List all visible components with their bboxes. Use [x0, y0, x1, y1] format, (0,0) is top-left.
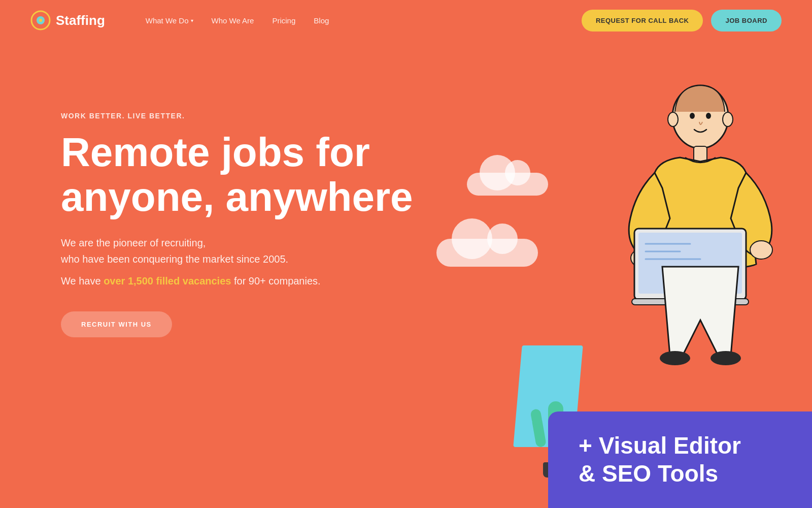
- nav-blog[interactable]: Blog: [314, 16, 329, 25]
- illustration-area: + Visual Editor & SEO Tools: [355, 41, 812, 508]
- svg-point-18: [710, 351, 741, 365]
- visual-editor-badge: + Visual Editor & SEO Tools: [548, 411, 812, 508]
- vacancies-highlight: over 1,500 filled vacancies: [104, 275, 231, 287]
- nav-who-we-are[interactable]: Who We Are: [212, 16, 254, 25]
- request-callback-button[interactable]: REQUEST FOR CALL BACK: [582, 10, 703, 31]
- svg-point-4: [690, 113, 695, 119]
- svg-point-7: [723, 112, 733, 126]
- hero-section: WORK BETTER. LIVE BETTER. Remote jobs fo…: [0, 41, 812, 508]
- logo[interactable]: Staffing: [30, 10, 105, 30]
- job-board-button[interactable]: JOB BOARD: [711, 10, 782, 31]
- person-illustration: [589, 71, 782, 427]
- navbar: Staffing What We Do ▾ Who We Are Pricing…: [0, 0, 812, 41]
- nav-actions: REQUEST FOR CALL BACK JOB BOARD: [582, 10, 782, 31]
- nav-what-we-do[interactable]: What We Do ▾: [146, 16, 193, 25]
- cloud-bottom: [436, 239, 538, 267]
- chevron-down-icon: ▾: [191, 18, 193, 23]
- svg-rect-8: [694, 146, 707, 162]
- logo-icon: [30, 10, 51, 30]
- logo-text: Staffing: [56, 13, 105, 28]
- nav-pricing[interactable]: Pricing: [272, 16, 295, 25]
- svg-point-10: [750, 241, 772, 259]
- visual-editor-text: + Visual Editor & SEO Tools: [579, 432, 782, 488]
- cloud-top: [467, 173, 548, 196]
- nav-links: What We Do ▾ Who We Are Pricing Blog: [146, 16, 329, 25]
- svg-point-2: [39, 19, 42, 22]
- svg-point-17: [660, 351, 690, 365]
- recruit-button[interactable]: RECRUIT WITH US: [61, 311, 172, 337]
- svg-point-5: [706, 113, 711, 119]
- svg-point-6: [668, 112, 678, 126]
